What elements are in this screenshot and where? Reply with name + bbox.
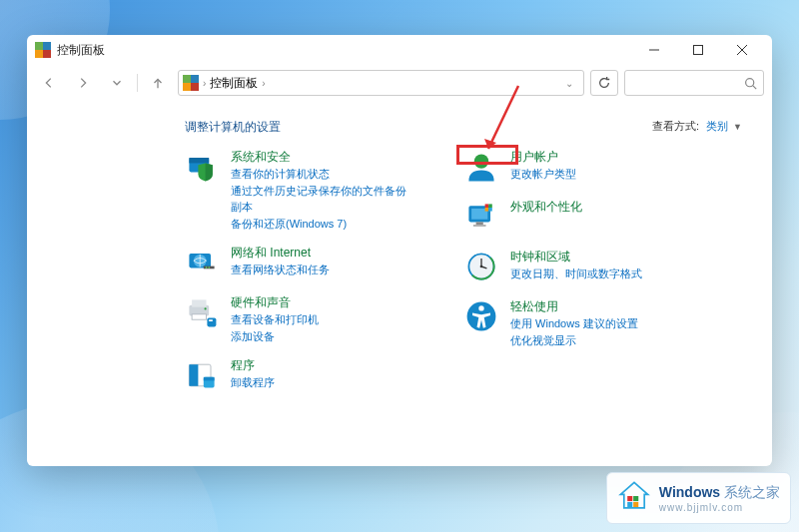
up-button[interactable] [144,69,172,97]
svg-rect-19 [192,314,206,319]
breadcrumb-root[interactable]: 控制面板 [210,75,258,92]
close-button[interactable] [720,35,764,65]
view-by: 查看方式: 类别 ▼ [652,119,742,134]
svg-rect-32 [485,204,489,208]
svg-point-42 [478,305,483,310]
category-title[interactable]: 轻松使用 [510,299,558,313]
category-sub[interactable]: 备份和还原(Windows 7) [231,216,406,233]
svg-point-20 [205,307,207,309]
category-system-security: 系统和安全 查看你的计算机状态 通过文件历史记录保存你的文件备份副本 备份和还原… [175,142,414,238]
category-ease-of-access: 轻松使用 使用 Windows 建议的设置 优化视觉显示 [454,291,694,354]
category-title[interactable]: 时钟和区域 [510,250,570,264]
forward-button[interactable] [69,69,97,97]
category-clock-region: 时钟和区域 更改日期、时间或数字格式 [454,242,694,291]
category-sub[interactable]: 查看设备和打印机 [231,311,319,328]
maximize-button[interactable] [676,35,720,65]
svg-line-6 [753,85,756,88]
category-hardware-sound: 硬件和声音 查看设备和打印机 添加设备 [175,287,414,350]
control-panel-window: 控制面板 › 控制面板 › ⌄ 调整计算机的设置 查看方式: 类别 ▼ [27,35,772,466]
category-sub[interactable]: 优化视觉显示 [510,332,638,349]
refresh-button[interactable] [590,70,618,96]
appearance-icon [462,198,500,236]
annotation-highlight [456,145,518,165]
viewby-label: 查看方式: [652,120,699,132]
category-sub[interactable]: 更改帐户类型 [510,166,576,183]
programs-icon [183,356,221,394]
clock-icon [462,248,500,285]
category-programs: 程序 卸载程序 [175,350,414,400]
svg-point-16 [208,266,209,267]
svg-rect-10 [189,158,209,163]
right-column: 用户帐户 更改帐户类型 外观和个性化 时钟和区域 更改日期、时间或数字格式 [454,142,694,400]
category-appearance-personalization: 外观和个性化 [454,192,694,242]
svg-rect-24 [189,364,198,386]
svg-rect-46 [627,502,632,507]
category-title[interactable]: 硬件和声音 [231,295,291,309]
search-input[interactable] [624,70,764,96]
category-sub[interactable]: 通过文件历史记录保存你的文件备份副本 [231,183,406,216]
svg-rect-18 [192,299,206,306]
svg-rect-47 [633,502,638,507]
shield-icon [183,148,221,186]
house-logo-icon [617,479,651,517]
category-sub[interactable]: 使用 Windows 建议的设置 [510,315,638,332]
chevron-right-icon: › [203,78,206,89]
category-sub[interactable]: 卸载程序 [231,374,275,391]
svg-rect-35 [488,208,492,212]
category-title[interactable]: 网络和 Internet [231,246,311,260]
svg-rect-33 [488,204,492,208]
watermark-brand: Windows 系统之家 [659,484,780,502]
printer-hardware-icon [183,293,221,331]
svg-rect-45 [633,496,638,501]
nav-toolbar: › 控制面板 › ⌄ [27,65,772,101]
viewby-value[interactable]: 类别 [706,120,728,132]
svg-line-7 [488,86,518,149]
category-title[interactable]: 系统和安全 [231,150,291,164]
chevron-right-icon: › [262,78,265,89]
category-sub[interactable]: 更改日期、时间或数字格式 [510,266,642,282]
minimize-button[interactable] [632,35,676,65]
category-sub[interactable]: 查看网络状态和任务 [231,262,330,278]
control-panel-icon [183,75,199,91]
svg-rect-31 [473,225,486,227]
nav-separator [137,74,138,92]
chevron-down-icon[interactable]: ▼ [733,122,742,132]
svg-point-5 [746,78,754,86]
svg-rect-1 [694,46,703,55]
svg-rect-21 [207,317,216,326]
watermark: Windows 系统之家 www.bjjmlv.com [606,472,791,524]
svg-rect-44 [627,496,632,501]
category-title[interactable]: 外观和个性化 [510,200,582,214]
window-title: 控制面板 [57,42,105,59]
svg-rect-30 [476,222,483,225]
recent-dropdown[interactable] [103,69,131,97]
category-network-internet: 网络和 Internet 查看网络状态和任务 [175,238,414,287]
back-button[interactable] [35,69,63,97]
category-sub[interactable]: 查看你的计算机状态 [231,166,406,183]
svg-point-15 [206,266,207,267]
svg-rect-34 [485,208,489,212]
titlebar: 控制面板 [27,35,772,65]
svg-rect-22 [209,319,213,321]
chevron-down-icon[interactable]: ⌄ [559,78,579,89]
category-sub[interactable]: 添加设备 [231,328,319,345]
left-column: 系统和安全 查看你的计算机状态 通过文件历史记录保存你的文件备份副本 备份和还原… [175,142,414,400]
globe-network-icon [183,244,221,281]
svg-rect-26 [204,377,215,381]
accessibility-icon [462,297,500,335]
svg-point-40 [480,266,483,268]
category-title[interactable]: 程序 [231,358,255,372]
control-panel-icon [35,42,51,58]
content-area: 调整计算机的设置 查看方式: 类别 ▼ 系统和安全 查看你的计算机状态 通过文件… [27,101,772,466]
watermark-url: www.bjjmlv.com [659,502,780,513]
